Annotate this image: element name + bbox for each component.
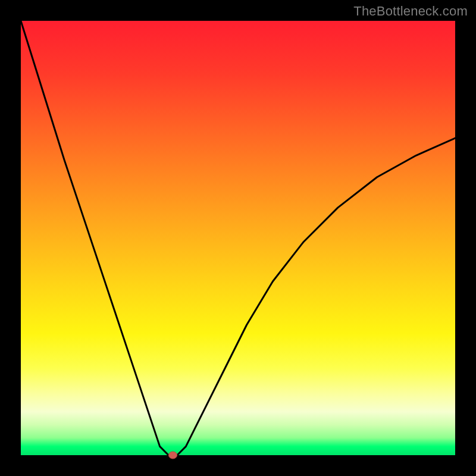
curve-svg — [21, 21, 455, 455]
bottleneck-curve-path — [21, 21, 455, 455]
watermark-text: TheBottleneck.com — [353, 4, 468, 19]
chart-frame: TheBottleneck.com — [0, 0, 476, 476]
plot-area — [21, 21, 455, 455]
optimum-marker — [169, 452, 177, 459]
